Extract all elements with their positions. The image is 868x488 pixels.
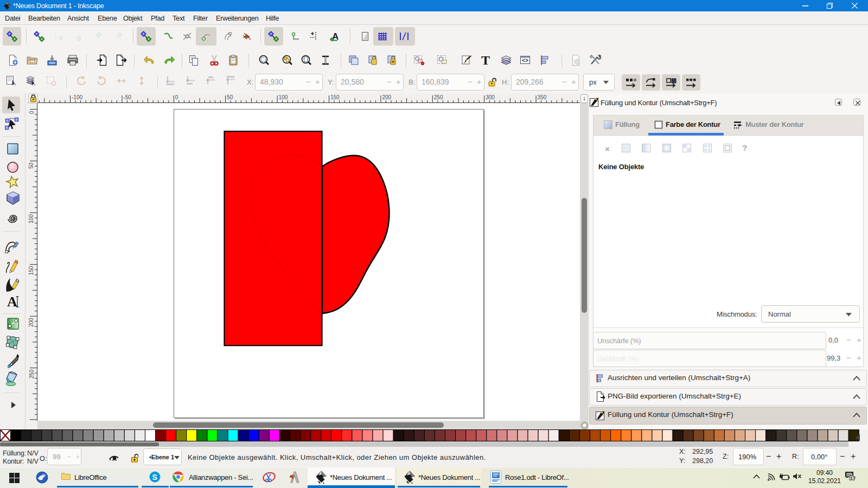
svg-text:-50: -50	[123, 94, 131, 100]
svg-text:-100: -100	[72, 94, 82, 100]
svg-text:200: 200	[382, 94, 391, 100]
svg-text:250: 250	[434, 94, 443, 100]
svg-text:350: 350	[538, 94, 547, 100]
svg-text:0: 0	[175, 94, 178, 100]
svg-text:100: 100	[279, 94, 288, 100]
svg-text:150: 150	[330, 94, 340, 100]
svg-text:100: 100	[29, 214, 35, 223]
svg-text:250: 250	[29, 369, 35, 378]
svg-text:300: 300	[486, 94, 495, 100]
svg-text:200: 200	[29, 318, 35, 327]
svg-text:0: 0	[29, 111, 35, 114]
svg-text:50: 50	[29, 162, 35, 169]
svg-text:50: 50	[227, 94, 233, 100]
svg-text:150: 150	[29, 266, 35, 275]
